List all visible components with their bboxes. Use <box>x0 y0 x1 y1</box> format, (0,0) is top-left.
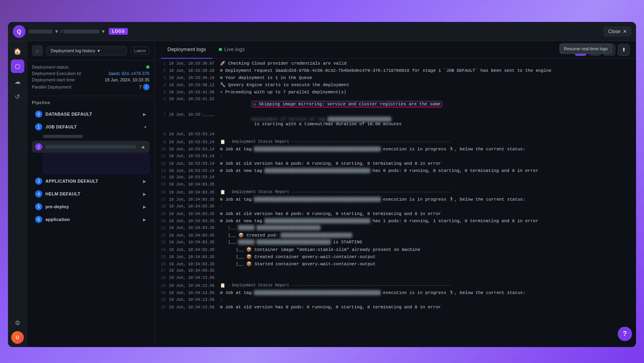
history-selector[interactable]: Deployment log history ▾ <box>46 46 127 55</box>
log-area: Deployment logs Live logs Resume real-ti… <box>155 41 636 347</box>
log-line-4: 4 19 Jun, 10:33:38.12 🔧 Qovery Engine st… <box>155 82 636 89</box>
highlight-content: ⚠️ Skipping image mirroring: service and… <box>251 101 442 107</box>
close-button[interactable]: Close ✕ <box>604 27 631 36</box>
status-dot <box>146 65 149 69</box>
log-line-12: 12 19 Jun, 10:53:53.14 ⚙️ Job at old ver… <box>155 160 636 168</box>
pipeline-name-application: application <box>45 217 140 222</box>
main-area: 🏠 ⬡ ☁ ↺ ⚙ U ⌂ Deployment log history ▾ L… <box>8 41 636 347</box>
pipeline-item-app[interactable]: 3 APPLICATION DEFAULT ▶ <box>32 175 149 187</box>
help-button[interactable]: ? <box>618 327 632 341</box>
env-breadcrumb: ▼ <box>63 29 106 34</box>
pipeline-name-helm: HELM DEFAULT <box>45 191 140 196</box>
log-line-11: 11 19 Jun, 10:53:53.14 | <box>155 153 636 160</box>
left-panel: ⌂ Deployment log history ▾ Latest Deploy… <box>27 41 155 347</box>
avatar-image: U <box>11 331 24 344</box>
log-line-7: 7 19 Jun, 10:33:__.__ Deployment of serv… <box>155 112 636 132</box>
sidebar-nav-home[interactable]: 🏠 <box>11 44 24 58</box>
expand-icon-4: ▶ <box>143 192 146 196</box>
exec-id-row: Deployment Execution Id: 3aadc d2d..c479… <box>32 71 149 76</box>
cloud-button[interactable]: ⬆ <box>618 44 630 56</box>
info-icon: i <box>143 84 149 90</box>
parallel-label: Parallel Deployment: <box>32 85 73 89</box>
log-line-21: 21 19 Jun, 10:34:03.35 |__ ██████ ██████… <box>155 225 636 232</box>
pipeline-name-database: DATABASE DEFAULT <box>45 112 140 116</box>
start-time-label: Deployment start time: <box>32 77 76 82</box>
log-content[interactable]: 1 19 Jun, 10:33:36.07 🚀 Checking Cloud p… <box>155 59 636 347</box>
start-time-row: Deployment start time: 19 Jun, 2024, 10:… <box>32 77 149 82</box>
breadcrumb: ▼ / ▼ <box>29 29 106 34</box>
sidebar-nav-cloud[interactable]: ☁ <box>11 75 24 88</box>
log-line-3: 3 19 Jun, 10:33:36.19 ⚙️ Your deployment… <box>155 75 636 82</box>
app-container: Q ▼ / ▼ LOGS Close ✕ 🏠 ⬡ ☁ ↺ ⚙ <box>8 22 636 347</box>
log-line-5: 5 19 Jun, 10:33:41.50 ⚡ Proceeding with … <box>155 89 636 96</box>
sidebar-nav-settings[interactable]: ⚙ <box>11 316 24 329</box>
log-line-27: 27 19 Jun, 10:34:03.35 <box>155 268 636 275</box>
pipeline-item-job[interactable]: 1 JOB DEFAULT ▾ <box>32 121 149 133</box>
parallel-value: 7 i <box>139 84 149 90</box>
log-line-25: 25 19 Jun, 10:34:03.35 |__ 📦 Created con… <box>155 254 636 261</box>
exec-id-value: 3aadc d2d..c479-376 <box>108 71 149 76</box>
pipeline-num-2: 2 <box>35 143 42 150</box>
log-line-15: 15 19 Jun, 10:34:03.35 <box>155 182 636 189</box>
chevron-down-icon: ▾ <box>98 48 100 53</box>
pipeline-item-application[interactable]: 6 application ▶ <box>32 213 149 225</box>
resume-tooltip: Resume real-time logs <box>560 43 612 54</box>
log-line-2: 2 19 Jun, 10:33:36.19 ⚙️ Deployment requ… <box>155 67 636 75</box>
sidebar-nav-history[interactable]: ↺ <box>11 90 24 103</box>
expand-icon-1: ▾ <box>144 125 146 129</box>
status-label: Deployment status: <box>32 65 69 69</box>
pipeline-item-helm[interactable]: 4 HELM DEFAULT ▶ <box>32 188 149 200</box>
deployment-info: Deployment status: Deployment Execution … <box>27 61 154 96</box>
parallel-row: Parallel Deployment: 7 i <box>32 84 149 90</box>
log-line-6: 6 19 Jun, 10:33:41.52 ⚠️ Skipping image … <box>155 96 636 112</box>
home-button[interactable]: ⌂ <box>32 45 43 56</box>
log-line-10: 10 19 Jun, 10:53:53.14 ⚙️ Job at tag ███… <box>155 146 636 153</box>
log-line-26: 26 19 Jun, 10:34:03.35 |__ 📦 Started con… <box>155 261 636 268</box>
status-row: Deployment status: <box>32 65 149 69</box>
log-line-28: 28 19 Jun, 10:34:13.56 <box>155 275 636 282</box>
log-line-29: 29 19 Jun, 10:34:13.56 📋 Deployment Stat… <box>155 282 636 290</box>
user-avatar[interactable]: U <box>11 331 24 344</box>
pipeline-item-database[interactable]: 0 DATABASE DEFAULT ▶ <box>32 108 149 120</box>
pipeline-num-3: 3 <box>35 178 42 185</box>
log-line-23: 23 19 Jun, 10:34:03.35 |__ ██████ ██████… <box>155 239 636 247</box>
pipeline-num-5: 5 <box>35 203 42 210</box>
sidebar-nav-layers[interactable]: ⬡ <box>11 59 24 73</box>
pipeline-num-4: 4 <box>35 190 42 197</box>
tab-deployment-logs[interactable]: Deployment logs <box>161 41 212 59</box>
pipeline-num-1: 1 <box>35 123 42 130</box>
project-block <box>29 30 53 34</box>
log-line-9: 9 19 Jun, 10:53:53.14 📋 Deployment Statu… <box>155 139 636 146</box>
logs-badge: LOGS <box>109 28 128 35</box>
log-line-32: 32 19 Jun, 10:34:13.56 ⚙️ Job at old ver… <box>155 304 636 311</box>
pipeline-item-2[interactable]: 2 ◀ <box>32 141 149 153</box>
log-line-20: 20 19 Jun, 10:34:03.35 ⚙️ Job at new tag… <box>155 218 636 225</box>
expand-icon-0: ▶ <box>143 112 146 116</box>
log-line-19: 19 19 Jun, 10:34:03.35 ⚙️ Job at old ver… <box>155 211 636 218</box>
tab-live-logs[interactable]: Live logs <box>212 41 251 59</box>
log-line-8: 8 19 Jun, 10:53:53.14 <box>155 132 636 139</box>
exec-id-label: Deployment Execution Id: <box>32 71 82 76</box>
log-line-1: 1 19 Jun, 10:33:36.07 🚀 Checking Cloud p… <box>155 60 636 67</box>
log-tabs: Deployment logs Live logs Resume real-ti… <box>155 41 636 59</box>
icon-sidebar: 🏠 ⬡ ☁ ↺ ⚙ U <box>8 41 27 347</box>
project-breadcrumb: ▼ <box>29 29 59 34</box>
top-bar: Q ▼ / ▼ LOGS Close ✕ <box>8 22 636 41</box>
pipeline-name-job: JOB DEFAULT <box>45 124 141 129</box>
log-line-31: 31 19 Jun, 10:34:13.56 | <box>155 297 636 304</box>
expand-icon-3: ▶ <box>143 179 146 183</box>
latest-badge[interactable]: Latest <box>130 47 149 55</box>
pipeline-num-0: 0 <box>35 110 42 118</box>
log-line-16: 16 19 Jun, 10:34:03.35 📋 Deployment Stat… <box>155 189 636 196</box>
start-time-value: 19 Jun, 2024, 10:33:35 <box>104 77 149 82</box>
log-line-14: 14 19 Jun, 10:53:53.14 <box>155 175 636 182</box>
pipeline-name-predeploy: pre-deploy <box>45 204 140 209</box>
panel-header: ⌂ Deployment log history ▾ Latest <box>27 41 154 61</box>
log-line-17: 17 19 Jun, 10:34:03.35 ⚙️ Job at tag ███… <box>155 196 636 203</box>
pipeline-name-app: APPLICATION DEFAULT <box>45 179 140 183</box>
log-line-24: 24 19 Jun, 10:34:03.35 |__ 📦 Container i… <box>155 247 636 254</box>
app-logo: Q <box>13 25 26 38</box>
pipeline-item-predeploy[interactable]: 5 pre-deploy ▶ <box>32 201 149 213</box>
status-value <box>146 65 149 69</box>
log-line-13: 13 19 Jun, 10:53:53.14 ⚙️ Job at new tag… <box>155 168 636 175</box>
